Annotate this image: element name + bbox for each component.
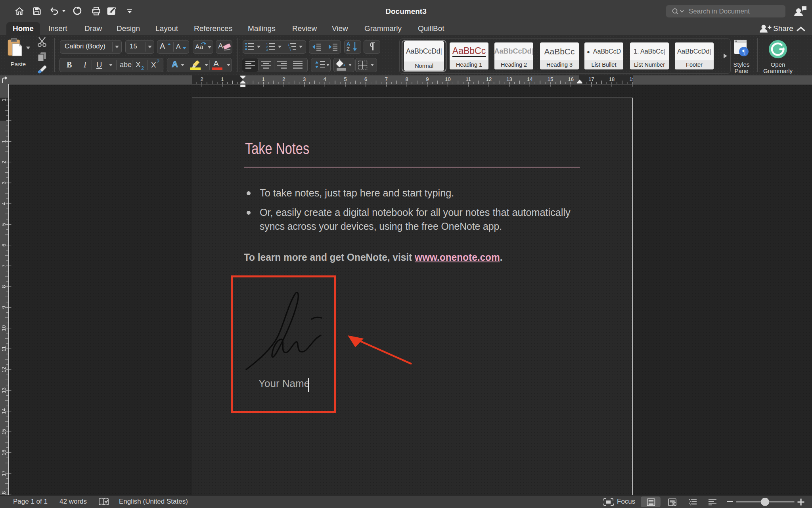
- svg-text:2: 2: [1, 161, 7, 164]
- svg-text:11: 11: [465, 76, 471, 82]
- svg-text:16: 16: [1, 450, 7, 455]
- svg-text:1: 1: [1, 140, 7, 143]
- svg-text:14: 14: [527, 76, 532, 82]
- svg-text:17: 17: [588, 76, 594, 82]
- svg-text:7: 7: [1, 264, 7, 267]
- svg-text:16: 16: [568, 76, 573, 82]
- svg-text:1: 1: [262, 76, 265, 82]
- svg-text:4: 4: [324, 76, 326, 82]
- svg-text:14: 14: [1, 408, 7, 414]
- svg-text:1: 1: [1, 98, 7, 101]
- svg-text:10: 10: [445, 76, 450, 82]
- svg-text:6: 6: [364, 76, 367, 82]
- svg-text:17: 17: [1, 470, 7, 476]
- svg-text:18: 18: [609, 76, 615, 82]
- svg-text:10: 10: [1, 325, 7, 331]
- svg-text:11: 11: [1, 346, 7, 352]
- svg-text:9: 9: [1, 306, 7, 309]
- svg-text:6: 6: [1, 244, 7, 246]
- svg-text:i: i: [290, 49, 291, 52]
- svg-text:15: 15: [548, 76, 553, 82]
- svg-text:8: 8: [405, 76, 408, 82]
- svg-text:8: 8: [1, 285, 7, 288]
- svg-text:2: 2: [266, 46, 268, 48]
- svg-text:7: 7: [385, 76, 388, 82]
- svg-text:15: 15: [1, 429, 7, 435]
- svg-text:¶: ¶: [742, 48, 745, 56]
- svg-text:3: 3: [1, 181, 7, 184]
- svg-text:12: 12: [1, 367, 7, 372]
- svg-text:4: 4: [1, 202, 7, 205]
- svg-text:18: 18: [1, 491, 7, 495]
- svg-text:9: 9: [426, 76, 429, 82]
- svg-text:3: 3: [266, 48, 268, 51]
- svg-text:2: 2: [200, 76, 203, 82]
- svg-text:13: 13: [506, 76, 512, 82]
- svg-text:3: 3: [303, 76, 306, 82]
- svg-text:1: 1: [221, 76, 224, 82]
- svg-text:a: a: [289, 46, 291, 49]
- svg-text:13: 13: [1, 387, 7, 393]
- svg-text:1: 1: [288, 43, 289, 46]
- svg-text:2: 2: [282, 76, 285, 82]
- svg-text:5: 5: [1, 223, 7, 226]
- svg-text:12: 12: [486, 76, 492, 82]
- svg-text:5: 5: [344, 76, 347, 82]
